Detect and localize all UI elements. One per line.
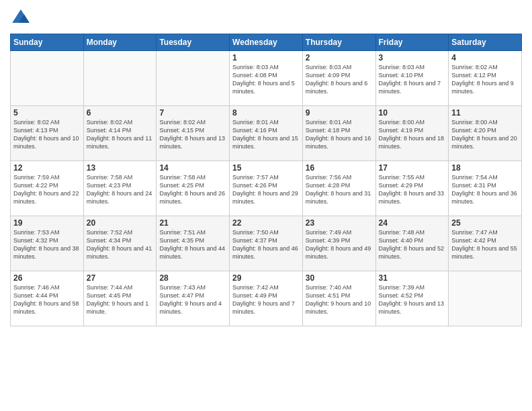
day-info: Sunrise: 7:55 AM Sunset: 4:29 PM Dayligh… bbox=[379, 173, 446, 206]
calendar-cell: 5Sunrise: 8:02 AM Sunset: 4:13 PM Daylig… bbox=[11, 106, 84, 161]
day-number: 10 bbox=[379, 108, 446, 118]
day-info: Sunrise: 7:56 AM Sunset: 4:28 PM Dayligh… bbox=[306, 173, 373, 206]
weekday-header-thursday: Thursday bbox=[302, 34, 375, 51]
day-info: Sunrise: 7:52 AM Sunset: 4:34 PM Dayligh… bbox=[87, 228, 154, 261]
logo-icon bbox=[10, 7, 32, 28]
day-info: Sunrise: 8:03 AM Sunset: 4:10 PM Dayligh… bbox=[379, 63, 446, 96]
day-info: Sunrise: 8:02 AM Sunset: 4:13 PM Dayligh… bbox=[13, 118, 81, 151]
day-number: 15 bbox=[232, 163, 300, 173]
day-info: Sunrise: 7:50 AM Sunset: 4:37 PM Dayligh… bbox=[232, 228, 300, 261]
day-number: 6 bbox=[87, 108, 154, 118]
calendar-cell bbox=[157, 51, 230, 106]
calendar-cell: 26Sunrise: 7:46 AM Sunset: 4:44 PM Dayli… bbox=[11, 271, 84, 326]
calendar-week-3: 12Sunrise: 7:59 AM Sunset: 4:22 PM Dayli… bbox=[11, 161, 522, 216]
day-number: 19 bbox=[13, 218, 81, 228]
calendar-cell: 4Sunrise: 8:02 AM Sunset: 4:12 PM Daylig… bbox=[449, 51, 522, 106]
calendar-cell: 29Sunrise: 7:42 AM Sunset: 4:49 PM Dayli… bbox=[230, 271, 303, 326]
day-info: Sunrise: 8:00 AM Sunset: 4:19 PM Dayligh… bbox=[379, 118, 446, 151]
calendar-cell: 3Sunrise: 8:03 AM Sunset: 4:10 PM Daylig… bbox=[375, 51, 449, 106]
day-number: 28 bbox=[159, 273, 226, 283]
calendar-cell: 6Sunrise: 8:02 AM Sunset: 4:14 PM Daylig… bbox=[83, 106, 157, 161]
day-info: Sunrise: 7:47 AM Sunset: 4:42 PM Dayligh… bbox=[451, 228, 519, 261]
calendar-cell: 15Sunrise: 7:57 AM Sunset: 4:26 PM Dayli… bbox=[230, 161, 303, 216]
calendar-cell: 13Sunrise: 7:58 AM Sunset: 4:23 PM Dayli… bbox=[83, 161, 157, 216]
day-number: 26 bbox=[13, 273, 81, 283]
calendar-header bbox=[10, 7, 522, 28]
day-number: 14 bbox=[159, 163, 226, 173]
calendar-cell: 20Sunrise: 7:52 AM Sunset: 4:34 PM Dayli… bbox=[83, 216, 157, 271]
calendar-cell: 2Sunrise: 8:03 AM Sunset: 4:09 PM Daylig… bbox=[302, 51, 375, 106]
day-info: Sunrise: 8:02 AM Sunset: 4:12 PM Dayligh… bbox=[451, 63, 519, 96]
day-number: 30 bbox=[306, 273, 373, 283]
weekday-header-row: SundayMondayTuesdayWednesdayThursdayFrid… bbox=[11, 34, 522, 51]
day-info: Sunrise: 7:57 AM Sunset: 4:26 PM Dayligh… bbox=[232, 173, 300, 206]
calendar-cell: 22Sunrise: 7:50 AM Sunset: 4:37 PM Dayli… bbox=[230, 216, 303, 271]
calendar-week-4: 19Sunrise: 7:53 AM Sunset: 4:32 PM Dayli… bbox=[11, 216, 522, 271]
day-info: Sunrise: 8:03 AM Sunset: 4:08 PM Dayligh… bbox=[232, 63, 300, 96]
logo bbox=[10, 7, 34, 28]
calendar-cell: 31Sunrise: 7:39 AM Sunset: 4:52 PM Dayli… bbox=[375, 271, 449, 326]
day-number: 1 bbox=[232, 53, 300, 62]
calendar-cell: 24Sunrise: 7:48 AM Sunset: 4:40 PM Dayli… bbox=[375, 216, 449, 271]
day-info: Sunrise: 7:43 AM Sunset: 4:47 PM Dayligh… bbox=[159, 283, 226, 316]
day-number: 27 bbox=[87, 273, 154, 283]
day-number: 4 bbox=[451, 53, 519, 62]
day-number: 21 bbox=[159, 218, 226, 228]
day-info: Sunrise: 7:53 AM Sunset: 4:32 PM Dayligh… bbox=[13, 228, 81, 261]
day-number: 7 bbox=[159, 108, 226, 118]
day-info: Sunrise: 7:51 AM Sunset: 4:35 PM Dayligh… bbox=[159, 228, 226, 261]
calendar-cell: 23Sunrise: 7:49 AM Sunset: 4:39 PM Dayli… bbox=[302, 216, 375, 271]
calendar-week-1: 1Sunrise: 8:03 AM Sunset: 4:08 PM Daylig… bbox=[11, 51, 522, 106]
weekday-header-tuesday: Tuesday bbox=[157, 34, 230, 51]
calendar-cell: 17Sunrise: 7:55 AM Sunset: 4:29 PM Dayli… bbox=[375, 161, 449, 216]
day-number: 24 bbox=[379, 218, 446, 228]
day-number: 13 bbox=[87, 163, 154, 173]
weekday-header-monday: Monday bbox=[83, 34, 157, 51]
day-info: Sunrise: 7:39 AM Sunset: 4:52 PM Dayligh… bbox=[379, 283, 446, 316]
day-info: Sunrise: 7:46 AM Sunset: 4:44 PM Dayligh… bbox=[13, 283, 81, 316]
day-info: Sunrise: 8:02 AM Sunset: 4:15 PM Dayligh… bbox=[159, 118, 226, 151]
calendar-cell bbox=[11, 51, 84, 106]
day-number: 2 bbox=[306, 53, 373, 62]
day-info: Sunrise: 7:59 AM Sunset: 4:22 PM Dayligh… bbox=[13, 173, 81, 206]
calendar-cell: 30Sunrise: 7:40 AM Sunset: 4:51 PM Dayli… bbox=[302, 271, 375, 326]
day-info: Sunrise: 7:40 AM Sunset: 4:51 PM Dayligh… bbox=[306, 283, 373, 316]
calendar-cell: 11Sunrise: 8:00 AM Sunset: 4:20 PM Dayli… bbox=[449, 106, 522, 161]
day-number: 12 bbox=[13, 163, 81, 173]
day-info: Sunrise: 7:42 AM Sunset: 4:49 PM Dayligh… bbox=[232, 283, 300, 316]
weekday-header-sunday: Sunday bbox=[11, 34, 84, 51]
day-number: 5 bbox=[13, 108, 81, 118]
day-info: Sunrise: 7:49 AM Sunset: 4:39 PM Dayligh… bbox=[306, 228, 373, 261]
calendar-week-5: 26Sunrise: 7:46 AM Sunset: 4:44 PM Dayli… bbox=[11, 271, 522, 326]
calendar-cell: 28Sunrise: 7:43 AM Sunset: 4:47 PM Dayli… bbox=[157, 271, 230, 326]
calendar-cell: 14Sunrise: 7:58 AM Sunset: 4:25 PM Dayli… bbox=[157, 161, 230, 216]
calendar-cell bbox=[449, 271, 522, 326]
day-info: Sunrise: 7:54 AM Sunset: 4:31 PM Dayligh… bbox=[451, 173, 519, 206]
weekday-header-saturday: Saturday bbox=[449, 34, 522, 51]
day-number: 8 bbox=[232, 108, 300, 118]
weekday-header-wednesday: Wednesday bbox=[230, 34, 303, 51]
calendar-cell: 10Sunrise: 8:00 AM Sunset: 4:19 PM Dayli… bbox=[375, 106, 449, 161]
day-info: Sunrise: 7:58 AM Sunset: 4:23 PM Dayligh… bbox=[87, 173, 154, 206]
day-number: 11 bbox=[451, 108, 519, 118]
day-info: Sunrise: 8:02 AM Sunset: 4:14 PM Dayligh… bbox=[87, 118, 154, 151]
day-number: 17 bbox=[379, 163, 446, 173]
day-info: Sunrise: 8:03 AM Sunset: 4:09 PM Dayligh… bbox=[306, 63, 373, 96]
calendar-cell: 16Sunrise: 7:56 AM Sunset: 4:28 PM Dayli… bbox=[302, 161, 375, 216]
day-info: Sunrise: 7:44 AM Sunset: 4:45 PM Dayligh… bbox=[87, 283, 154, 316]
calendar-cell: 18Sunrise: 7:54 AM Sunset: 4:31 PM Dayli… bbox=[449, 161, 522, 216]
day-number: 9 bbox=[306, 108, 373, 118]
calendar-cell: 27Sunrise: 7:44 AM Sunset: 4:45 PM Dayli… bbox=[83, 271, 157, 326]
day-info: Sunrise: 8:00 AM Sunset: 4:20 PM Dayligh… bbox=[451, 118, 519, 151]
calendar-week-2: 5Sunrise: 8:02 AM Sunset: 4:13 PM Daylig… bbox=[11, 106, 522, 161]
day-info: Sunrise: 8:01 AM Sunset: 4:16 PM Dayligh… bbox=[232, 118, 300, 151]
calendar-cell: 9Sunrise: 8:01 AM Sunset: 4:18 PM Daylig… bbox=[302, 106, 375, 161]
calendar-cell: 21Sunrise: 7:51 AM Sunset: 4:35 PM Dayli… bbox=[157, 216, 230, 271]
weekday-header-friday: Friday bbox=[375, 34, 449, 51]
calendar-cell: 19Sunrise: 7:53 AM Sunset: 4:32 PM Dayli… bbox=[11, 216, 84, 271]
day-info: Sunrise: 7:48 AM Sunset: 4:40 PM Dayligh… bbox=[379, 228, 446, 261]
day-number: 23 bbox=[306, 218, 373, 228]
day-number: 16 bbox=[306, 163, 373, 173]
calendar-cell bbox=[83, 51, 157, 106]
day-number: 31 bbox=[379, 273, 446, 283]
